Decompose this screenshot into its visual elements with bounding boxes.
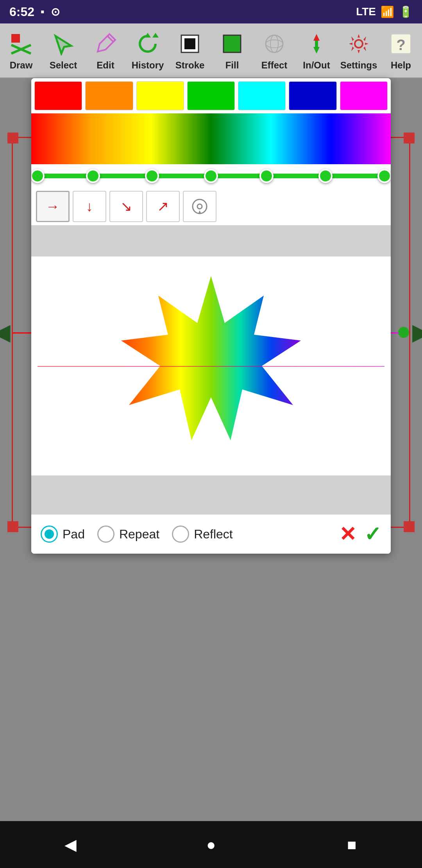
history-label: History — [132, 60, 164, 71]
toolbar: Draw Select Edit History — [0, 23, 422, 78]
svg-point-10 — [266, 40, 283, 48]
toolbar-fill[interactable]: Fill — [211, 27, 253, 74]
gradient-dialog: → ↓ ↘ ↗ — [31, 78, 391, 554]
swatch-orange[interactable] — [85, 81, 133, 110]
swatch-red[interactable] — [34, 81, 82, 110]
radio-label-pad: Pad — [63, 527, 85, 542]
effect-label: Effect — [261, 60, 288, 71]
radio-repeat[interactable]: Repeat — [97, 525, 159, 543]
radio-label-repeat: Repeat — [119, 527, 159, 542]
radio-dot-pad — [45, 529, 54, 539]
bottom-nav: ◀ ● ■ — [0, 821, 422, 868]
help-label: Help — [391, 60, 411, 71]
svg-marker-4 — [152, 33, 159, 38]
svg-point-20 — [197, 204, 202, 209]
swatch-magenta[interactable] — [340, 81, 388, 110]
ok-button[interactable]: ✓ — [364, 522, 381, 546]
swatch-yellow[interactable] — [136, 81, 184, 110]
toolbar-select[interactable]: Select — [42, 27, 84, 74]
gradient-slider-container — [31, 164, 391, 188]
dir-btn-diagonal-up[interactable]: ↗ — [146, 191, 180, 222]
star-preview — [38, 256, 384, 475]
inout-icon — [303, 30, 330, 57]
draw-label: Draw — [10, 60, 33, 71]
effect-icon — [261, 30, 288, 57]
inout-label: In/Out — [303, 60, 330, 71]
slider-handle-4[interactable] — [259, 169, 274, 183]
signal-bars: 📶 — [381, 5, 394, 18]
settings-label: Settings — [340, 60, 377, 71]
slider-handle-5[interactable] — [318, 169, 333, 183]
toolbar-help[interactable]: ? Help — [380, 27, 422, 74]
svg-marker-21 — [198, 210, 201, 213]
action-buttons: ✕ ✓ — [339, 522, 381, 546]
toolbar-inout[interactable]: In/Out — [295, 27, 338, 74]
cancel-button[interactable]: ✕ — [339, 522, 356, 546]
edit-label: Edit — [97, 60, 114, 71]
toolbar-settings[interactable]: Settings — [338, 27, 380, 74]
swatch-cyan[interactable] — [238, 81, 286, 110]
svg-marker-13 — [313, 47, 320, 54]
slider-handle-6[interactable] — [377, 169, 391, 183]
svg-point-15 — [355, 40, 363, 48]
svg-point-9 — [270, 35, 278, 52]
slider-handle-0[interactable] — [31, 169, 45, 183]
svg-rect-0 — [11, 34, 20, 43]
svg-point-16 — [350, 35, 367, 52]
toolbar-edit[interactable]: Edit — [84, 27, 127, 74]
svg-text:?: ? — [396, 37, 405, 53]
dir-btn-diagonal-down[interactable]: ↘ — [109, 191, 143, 222]
svg-marker-22 — [121, 276, 301, 440]
back-button[interactable]: ◀ — [55, 829, 86, 860]
controls-row: Pad Repeat Reflect ✕ ✓ — [31, 515, 391, 554]
gradient-center-line — [38, 366, 384, 367]
fill-icon — [218, 30, 246, 57]
dir-btn-down[interactable]: ↓ — [73, 191, 106, 222]
svg-rect-7 — [224, 35, 241, 52]
svg-rect-14 — [315, 41, 318, 47]
radio-group: Pad Repeat Reflect — [41, 525, 327, 543]
time-display: 6:52 — [9, 5, 34, 19]
home-button[interactable]: ● — [195, 829, 227, 860]
fill-label: Fill — [225, 60, 239, 71]
radio-circle-pad[interactable] — [41, 525, 58, 543]
radio-label-reflect: Reflect — [194, 527, 233, 542]
edit-icon — [92, 30, 119, 57]
gradient-slider-track[interactable] — [38, 174, 384, 178]
preview-top-pad — [31, 225, 391, 256]
history-icon — [134, 30, 161, 57]
preview-bottom-pad — [31, 475, 391, 515]
help-icon: ? — [387, 30, 415, 57]
radio-pad[interactable]: Pad — [41, 525, 85, 543]
swatch-blue[interactable] — [289, 81, 336, 110]
dir-btn-radial[interactable] — [183, 191, 216, 222]
toolbar-history[interactable]: History — [127, 27, 169, 74]
lte-label: LTE — [356, 5, 376, 18]
toolbar-effect[interactable]: Effect — [253, 27, 295, 74]
swatch-green[interactable] — [187, 81, 235, 110]
toolbar-draw[interactable]: Draw — [0, 27, 42, 74]
settings-icon — [345, 30, 372, 57]
dir-btn-right[interactable]: → — [36, 191, 70, 222]
svg-rect-6 — [184, 38, 195, 49]
record-icon: ⊙ — [51, 5, 60, 18]
svg-point-8 — [266, 35, 283, 52]
radio-reflect[interactable]: Reflect — [172, 525, 233, 543]
select-icon — [50, 30, 77, 57]
status-bar: 6:52 ▪ ⊙ LTE 📶 🔋 — [0, 0, 422, 23]
slider-handle-1[interactable] — [86, 169, 100, 183]
gradient-preview-bar[interactable] — [31, 113, 391, 164]
direction-buttons-row: → ↓ ↘ ↗ — [31, 188, 391, 225]
radio-circle-repeat[interactable] — [97, 525, 114, 543]
recent-button[interactable]: ■ — [336, 829, 367, 860]
stroke-icon — [176, 30, 204, 57]
toolbar-stroke[interactable]: Stroke — [169, 27, 211, 74]
slider-handle-3[interactable] — [204, 169, 218, 183]
svg-marker-11 — [313, 34, 320, 41]
select-label: Select — [50, 60, 77, 71]
radio-circle-reflect[interactable] — [172, 525, 189, 543]
draw-icon — [7, 30, 35, 57]
stroke-label: Stroke — [175, 60, 205, 71]
battery-icon: 🔋 — [399, 5, 413, 18]
slider-handle-2[interactable] — [145, 169, 159, 183]
